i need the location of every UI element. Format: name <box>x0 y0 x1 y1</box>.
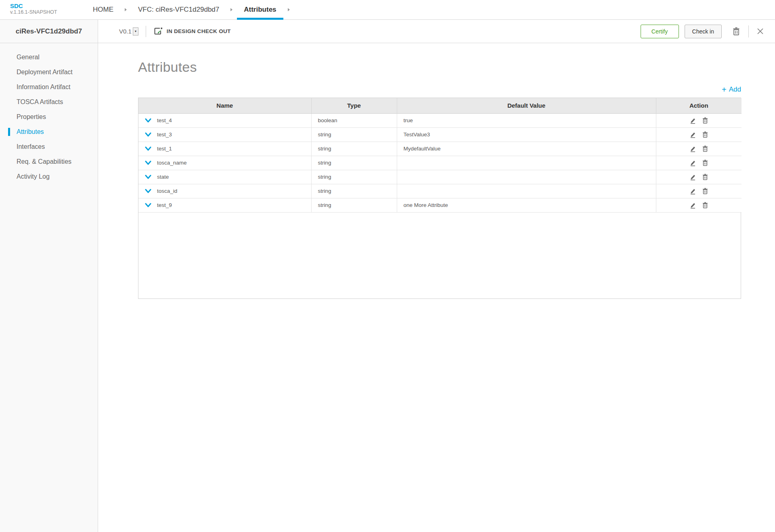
delete-attribute-button[interactable] <box>702 145 709 153</box>
close-icon <box>757 28 764 35</box>
attribute-default-value: one More Attribute <box>404 202 448 208</box>
delete-attribute-button[interactable] <box>702 173 709 181</box>
edit-attribute-button[interactable] <box>689 117 697 125</box>
sidebar: ciRes-VFC1d29dbd7 General Deployment Art… <box>0 20 98 532</box>
table-row: tosca_id string <box>138 184 741 198</box>
chevron-down-icon <box>145 146 151 151</box>
attribute-name: test_4 <box>157 117 172 123</box>
expand-row-button[interactable] <box>145 132 151 137</box>
pencil-icon <box>690 131 696 138</box>
breadcrumb-item: Attributes <box>237 0 294 19</box>
sidebar-item[interactable]: Information Artifact <box>0 79 98 94</box>
chevron-down-icon <box>145 118 151 123</box>
version-selector[interactable]: V0.1 ▼ <box>119 27 138 35</box>
column-header-default-value: Default Value <box>397 98 656 113</box>
expand-row-button[interactable] <box>145 118 151 123</box>
attribute-type: string <box>318 146 331 152</box>
sidebar-item-label: Properties <box>17 113 46 121</box>
sidebar-item-label: General <box>17 54 40 61</box>
expand-row-button[interactable] <box>145 146 151 151</box>
expand-row-button[interactable] <box>145 203 151 208</box>
sidebar-item[interactable]: Properties <box>0 109 98 124</box>
attribute-name: test_3 <box>157 131 172 138</box>
close-button[interactable] <box>755 26 765 36</box>
add-label: Add <box>729 86 741 94</box>
app-logo: SDC v.1.16.1-SNAPSHOT <box>0 0 86 19</box>
table-row: test_4 boolean true <box>138 113 741 127</box>
attribute-type: boolean <box>318 117 337 123</box>
lifecycle-status-text: IN DESIGN CHECK OUT <box>167 28 231 34</box>
table-row: test_1 string MydefaultValue <box>138 142 741 156</box>
edit-attribute-button[interactable] <box>689 173 697 181</box>
attribute-type: string <box>318 202 331 208</box>
breadcrumb-item: VFC: ciRes-VFC1d29dbd7 <box>131 0 237 19</box>
edit-attribute-button[interactable] <box>689 145 697 153</box>
expand-row-button[interactable] <box>145 189 151 194</box>
delete-attribute-button[interactable] <box>702 131 709 139</box>
sidebar-item[interactable]: Activity Log <box>0 169 98 184</box>
edit-attribute-button[interactable] <box>689 131 697 139</box>
chevron-down-icon <box>145 161 151 165</box>
delete-attribute-button[interactable] <box>702 187 709 195</box>
sidebar-item[interactable]: Interfaces <box>0 139 98 154</box>
version-label: V0.1 <box>119 28 132 35</box>
trash-icon <box>702 146 708 152</box>
sidebar-item[interactable]: General <box>0 50 98 65</box>
trash-icon <box>702 131 708 138</box>
delete-component-button[interactable] <box>731 25 742 38</box>
edit-attribute-button[interactable] <box>689 187 697 195</box>
sidebar-item[interactable]: Req. & Capabilities <box>0 154 98 169</box>
attribute-name: tosca_name <box>157 160 187 166</box>
attribute-name: test_9 <box>157 202 172 208</box>
delete-attribute-button[interactable] <box>702 201 709 209</box>
column-header-type: Type <box>311 98 397 113</box>
sidebar-item-label: Req. & Capabilities <box>17 158 71 165</box>
checkin-button[interactable]: Check in <box>685 25 722 38</box>
pencil-icon <box>690 117 696 124</box>
column-header-action: Action <box>656 98 741 113</box>
component-title: ciRes-VFC1d29dbd7 <box>0 20 98 43</box>
checkout-icon <box>153 27 163 36</box>
sidebar-item-label: TOSCA Artifacts <box>17 98 63 106</box>
delete-attribute-button[interactable] <box>702 117 709 125</box>
chevron-down-icon <box>145 132 151 137</box>
breadcrumb-tab[interactable]: Attributes <box>237 0 283 19</box>
sidebar-item-label: Activity Log <box>17 173 50 180</box>
expand-row-button[interactable] <box>145 161 151 165</box>
sidebar-item[interactable]: Deployment Artifact <box>0 65 98 79</box>
trash-icon <box>702 188 708 194</box>
edit-attribute-button[interactable] <box>689 201 697 209</box>
certify-button[interactable]: Certify <box>641 25 679 38</box>
version-dropdown-icon[interactable]: ▼ <box>133 27 138 35</box>
sidebar-item[interactable]: Attributes <box>0 124 98 139</box>
attribute-type: string <box>318 160 331 166</box>
breadcrumb-tab[interactable]: HOME <box>86 0 120 19</box>
content-area: Attributes + Add <box>98 43 775 532</box>
add-attribute-button[interactable]: + Add <box>722 86 741 94</box>
toolbar-divider <box>748 25 749 38</box>
attribute-type: string <box>318 131 331 138</box>
sidebar-item-label: Information Artifact <box>17 83 70 91</box>
trash-icon <box>702 202 708 209</box>
pencil-icon <box>690 188 696 194</box>
attribute-type: string <box>318 174 331 180</box>
attribute-default-value: MydefaultValue <box>404 146 441 152</box>
breadcrumb-tab[interactable]: VFC: ciRes-VFC1d29dbd7 <box>131 0 226 19</box>
column-header-name: Name <box>138 98 311 113</box>
breadcrumb-arrow-icon <box>226 0 237 19</box>
trash-icon <box>702 174 708 180</box>
sidebar-item-label: Interfaces <box>17 143 45 150</box>
pencil-icon <box>690 160 696 166</box>
expand-row-button[interactable] <box>145 175 151 179</box>
main-toolbar: V0.1 ▼ IN DESIGN CHECK OUT Certify Check… <box>98 20 775 43</box>
top-bar: SDC v.1.16.1-SNAPSHOT HOME VFC: ciRes-VF… <box>0 0 775 20</box>
edit-attribute-button[interactable] <box>689 159 697 167</box>
toolbar-divider <box>146 26 146 37</box>
attribute-default-value: true <box>404 117 413 123</box>
attribute-type: string <box>318 188 331 194</box>
table-row: tosca_name string <box>138 156 741 170</box>
delete-attribute-button[interactable] <box>702 159 709 167</box>
sidebar-item[interactable]: TOSCA Artifacts <box>0 94 98 109</box>
attribute-name: test_1 <box>157 146 172 152</box>
table-header-row: Name Type Default Value Action <box>138 98 741 113</box>
